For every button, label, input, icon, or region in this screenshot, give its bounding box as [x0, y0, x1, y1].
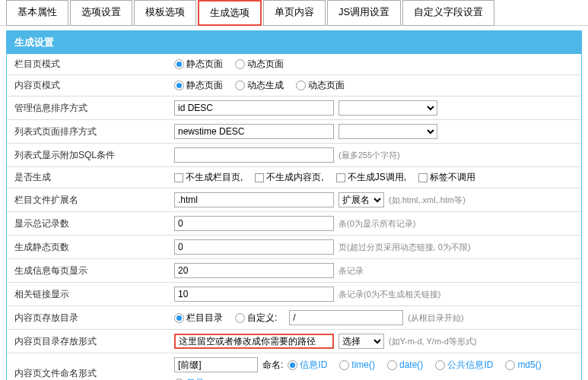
label-col-mode: 栏目页模式 — [7, 58, 174, 71]
name-label: 命名: — [262, 359, 283, 372]
tab-options[interactable]: 选项设置 — [70, 0, 132, 26]
label-content-dir: 内容页存放目录 — [7, 312, 174, 325]
hint-total-rec: 条(0为显示所有记录) — [338, 218, 415, 230]
tab-generate[interactable]: 生成选项 — [198, 0, 262, 26]
input-col-ext[interactable] — [174, 192, 334, 207]
radio-md5[interactable]: md5() — [505, 359, 541, 370]
label-gen-flag: 是否生成 — [7, 171, 174, 184]
label-admin-sort: 管理信息排序方式 — [7, 102, 174, 115]
content-panel: 生成设置 栏目页模式 静态页面 动态页面 内容页模式 静态页面 动态生成 动态页… — [6, 30, 582, 380]
tab-custom-fields[interactable]: 自定义字段设置 — [402, 0, 494, 26]
label-rel-links: 相关链接显示 — [7, 288, 174, 301]
check-no-content[interactable]: 不生成内容页, — [255, 171, 323, 184]
radio-static-col[interactable]: 静态页面 — [174, 58, 223, 71]
label-content-mode: 内容页模式 — [7, 79, 174, 92]
input-total-rec[interactable] — [174, 216, 334, 231]
check-no-col[interactable]: 不生成栏目页, — [174, 171, 243, 184]
radio-dyngen-content[interactable]: 动态生成 — [235, 79, 284, 92]
input-list-sort[interactable] — [174, 124, 334, 139]
section-title: 生成设置 — [7, 31, 581, 54]
label-filename: 内容页文件命名形式 — [7, 367, 174, 380]
hint-content-dir: (从根目录开始) — [408, 312, 463, 324]
tab-basic[interactable]: 基本属性 — [6, 0, 68, 26]
input-rel-links[interactable] — [174, 287, 334, 302]
label-dir-format: 内容页目录存放形式 — [7, 335, 174, 348]
radio-infoid[interactable]: 信息ID — [288, 359, 327, 372]
input-static-pages[interactable] — [174, 239, 334, 255]
radio-date[interactable]: date() — [387, 359, 423, 370]
radio-dir[interactable]: 目录 — [174, 377, 205, 380]
tab-single[interactable]: 单页内容 — [263, 0, 326, 26]
label-static-pages: 生成静态页数 — [7, 241, 174, 254]
input-custom-dir[interactable] — [289, 310, 403, 325]
select-col-ext[interactable]: 扩展名 — [338, 192, 384, 207]
radio-dynamic-col[interactable]: 动态页面 — [235, 58, 284, 71]
hint-dir-format: (如Y-m-d, Y/m-d等形式) — [389, 336, 477, 347]
radio-dynpage-content[interactable]: 动态页面 — [296, 79, 345, 92]
label-list-sql: 列表式显示附加SQL条件 — [7, 149, 174, 162]
select-list-sort[interactable] — [338, 124, 437, 139]
radio-static-content[interactable]: 静态页面 — [174, 79, 223, 92]
select-admin-sort[interactable] — [338, 100, 437, 116]
input-list-sql[interactable] — [174, 147, 334, 163]
input-dir-format[interactable] — [174, 334, 334, 349]
label-total-rec: 显示总记录数 — [7, 217, 174, 230]
select-dir-format[interactable]: 选择 — [338, 334, 384, 349]
label-per-page: 生成信息每页显示 — [7, 264, 174, 277]
input-per-page[interactable] — [174, 263, 334, 278]
tabs-bar: 基本属性 选项设置 模板选项 生成选项 单页内容 JS调用设置 自定义字段设置 — [0, 0, 588, 26]
hint-col-ext: (如.html,.xml,.htm等) — [389, 195, 466, 206]
input-prefix[interactable] — [174, 357, 258, 372]
label-col-ext: 栏目文件扩展名 — [7, 194, 174, 207]
tab-template[interactable]: 模板选项 — [134, 0, 196, 26]
radio-time[interactable]: time() — [339, 359, 375, 370]
input-admin-sort[interactable] — [174, 100, 334, 116]
radio-pubid[interactable]: 公共信息ID — [435, 359, 493, 372]
radio-col-dir[interactable]: 栏目目录 — [174, 312, 223, 325]
label-list-sort: 列表式页面排序方式 — [7, 125, 174, 138]
radio-custom-dir[interactable]: 自定义: — [235, 312, 277, 325]
check-no-tag[interactable]: 标签不调用 — [418, 171, 475, 184]
tab-js[interactable]: JS调用设置 — [327, 0, 401, 26]
check-no-js[interactable]: 不生成JS调用, — [336, 171, 406, 184]
hint-static-pages: 页(超过分页采用动态链接, 0为不限) — [338, 242, 471, 253]
hint-list-sql: (最多255个字符) — [338, 150, 400, 161]
hint-per-page: 条记录 — [338, 265, 364, 277]
hint-rel-links: 条记录(0为不生成相关链接) — [338, 289, 440, 300]
